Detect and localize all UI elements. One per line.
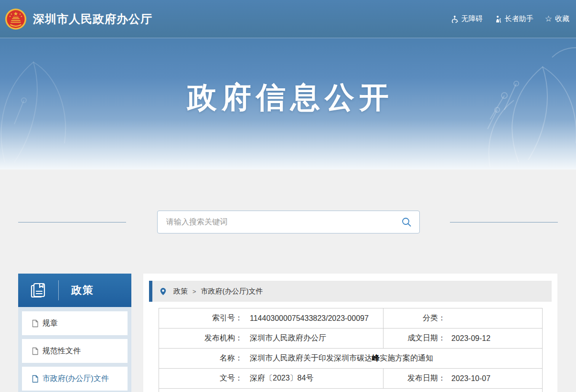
- sidebar-item-regulations[interactable]: 规章: [22, 311, 128, 335]
- document-name-highlight: 峰: [372, 354, 380, 362]
- elder-assistant-icon: [494, 15, 502, 23]
- accessibility-icon: [451, 15, 459, 23]
- location-pin-icon: [160, 287, 167, 296]
- topbar: 深圳市人民政府办公厅 无障碍 长者助手 ☆ 收藏: [0, 0, 576, 38]
- favorite-link[interactable]: ☆ 收藏: [545, 14, 569, 23]
- decorative-line-right: [450, 222, 558, 222]
- search-row: [0, 170, 576, 233]
- breadcrumb-current: 市政府(办公厅)文件: [201, 287, 263, 296]
- topbar-links: 无障碍 长者助手 ☆ 收藏: [451, 14, 569, 23]
- table-row: [159, 389, 543, 392]
- elder-assistant-label: 长者助手: [505, 14, 533, 23]
- document-icon: [32, 347, 39, 355]
- date-published-label: 发布日期：: [384, 373, 446, 383]
- banner: 政府信息公开: [0, 38, 576, 170]
- accessibility-label: 无障碍: [461, 14, 483, 23]
- accessibility-link[interactable]: 无障碍: [451, 14, 483, 23]
- document-name-label: 名称：: [159, 353, 243, 363]
- main-panel: 政策 > 市政府(办公厅)文件 索引号： 114403000075433823/…: [143, 274, 557, 392]
- table-row: 文号： 深府〔2023〕84号 发布日期： 2023-10-07: [159, 369, 543, 389]
- sidebar-item-municipal-government-documents[interactable]: 市政府(办公厅)文件: [22, 367, 128, 391]
- sidebar-item-label: 规章: [43, 318, 58, 328]
- favorite-label: 收藏: [555, 14, 569, 23]
- sidebar-title: 政策: [71, 283, 94, 297]
- breadcrumb-policy-link[interactable]: 政策: [173, 287, 188, 296]
- header-divider: [58, 280, 59, 300]
- breadcrumb-separator: >: [192, 288, 196, 295]
- category-label: 分类：: [384, 313, 446, 323]
- sidebar-item-label: 规范性文件: [43, 346, 81, 356]
- search-input[interactable]: [166, 218, 401, 226]
- star-icon: ☆: [545, 15, 552, 23]
- sidebar-header: 政策: [18, 274, 131, 307]
- document-name-part: 深圳市人民政府关于印发深圳市碳达: [250, 354, 372, 362]
- date-written-label: 成文日期：: [384, 333, 446, 343]
- sidebar-item-label: 市政府(办公厅)文件: [43, 374, 109, 384]
- index-number-label: 索引号：: [159, 313, 243, 323]
- elder-assistant-link[interactable]: 长者助手: [494, 14, 533, 23]
- content-area: 政策 规章 规范性文件: [0, 274, 576, 392]
- date-written-value: 2023-09-12: [451, 334, 491, 343]
- issuing-agency-label: 发布机构：: [159, 333, 243, 343]
- page-title: 政府信息公开: [0, 77, 576, 117]
- issuing-agency-value: 深圳市人民政府办公厅: [250, 333, 326, 343]
- national-emblem-logo: [5, 8, 27, 30]
- document-name-part: 实施方案的通知: [380, 354, 433, 362]
- document-metadata-table: 索引号： 114403000075433823/2023-00097 分类： 发…: [159, 308, 543, 392]
- document-number-label: 文号：: [159, 373, 243, 383]
- search-button[interactable]: [401, 217, 412, 227]
- document-icon: [32, 375, 39, 383]
- search-icon: [401, 217, 412, 227]
- document-icon: [32, 319, 39, 328]
- site-title: 深圳市人民政府办公厅: [33, 11, 152, 27]
- date-published-value: 2023-10-07: [451, 374, 491, 383]
- home-link[interactable]: 深圳市人民政府办公厅: [5, 8, 152, 30]
- table-row: 索引号： 114403000075433823/2023-00097 分类：: [159, 308, 543, 328]
- search-box: [157, 211, 420, 233]
- sidebar-menu: 规章 规范性文件 市政府(办公厅)文件: [18, 307, 131, 392]
- sidebar-item-normative-documents[interactable]: 规范性文件: [22, 339, 128, 363]
- document-number-value: 深府〔2023〕84号: [250, 373, 313, 383]
- policy-book-icon: [29, 281, 48, 300]
- decorative-line-left: [18, 222, 126, 222]
- breadcrumb: 政策 > 市政府(办公厅)文件: [149, 281, 552, 302]
- index-number-value: 114403000075433823/2023-00097: [250, 314, 369, 323]
- document-name-value: 深圳市人民政府关于印发深圳市碳达峰实施方案的通知: [250, 353, 433, 363]
- sidebar: 政策 规章 规范性文件: [18, 274, 131, 392]
- table-row: 发布机构： 深圳市人民政府办公厅 成文日期： 2023-09-12: [159, 328, 543, 349]
- table-row: 名称： 深圳市人民政府关于印发深圳市碳达峰实施方案的通知: [159, 349, 543, 369]
